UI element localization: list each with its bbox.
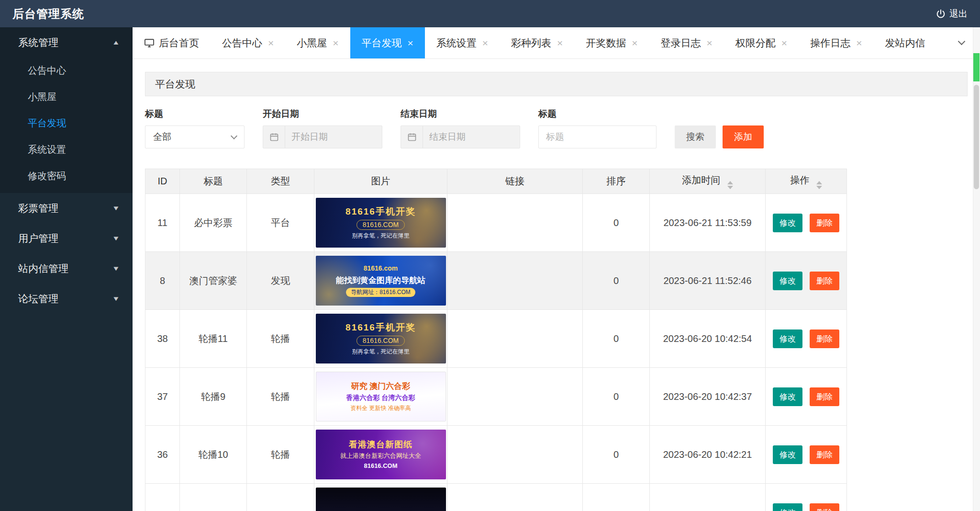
- sidebar-submenu: 公告中心 小黑屋 平台发现 系统设置 修改密码: [0, 57, 133, 193]
- start-date-input[interactable]: [285, 126, 382, 148]
- sort-icon[interactable]: [727, 181, 733, 189]
- delete-button[interactable]: 删除: [810, 214, 839, 232]
- sidebar-item-0-1[interactable]: 小黑屋: [0, 84, 133, 110]
- cell-time: 2023-06-21 11:53:59: [650, 194, 766, 252]
- banner-text: 研究 澳门六合彩: [351, 381, 411, 391]
- sidebar-section-header[interactable]: 用户管理 ▼: [0, 223, 133, 253]
- add-button[interactable]: 添加: [723, 125, 764, 148]
- tab-2[interactable]: 小黑屋 ×: [285, 27, 350, 58]
- edit-button[interactable]: 修改: [773, 214, 802, 232]
- close-icon[interactable]: ×: [482, 38, 488, 48]
- table-row: 36 轮播10 轮播 看港澳台新图纸就上港澳台新彩六合网址大全81616.COM…: [145, 426, 847, 484]
- cell-sort: 0: [583, 252, 650, 310]
- tab-7[interactable]: 登录日志 ×: [649, 27, 724, 58]
- edit-button[interactable]: 修改: [773, 272, 802, 290]
- cell-link: [447, 484, 583, 511]
- banner-image[interactable]: 81616手机开奖81616.COM别再拿笔，死记在簿里: [316, 198, 446, 248]
- tab-5[interactable]: 彩种列表 ×: [500, 27, 574, 58]
- banner-image[interactable]: [316, 488, 446, 511]
- cell-sort: 0: [583, 368, 650, 426]
- sidebar-item-0-0[interactable]: 公告中心: [0, 57, 133, 84]
- close-icon[interactable]: ×: [781, 38, 787, 48]
- calendar-icon[interactable]: [263, 126, 285, 148]
- sidebar-item-0-4[interactable]: 修改密码: [0, 163, 133, 189]
- sidebar-section-header[interactable]: 站内信管理 ▼: [0, 253, 133, 284]
- banner-image[interactable]: 看港澳台新图纸就上港澳台新彩六合网址大全81616.COM: [316, 430, 446, 479]
- sidebar-item-0-3[interactable]: 系统设置: [0, 136, 133, 163]
- keyword-label: 标题: [538, 108, 657, 120]
- keyword-input[interactable]: [538, 125, 657, 148]
- banner-text: 81616手机开奖: [345, 206, 416, 217]
- cell-actions: 修改 删除: [766, 368, 847, 426]
- banner-text: 81616.COM: [356, 220, 405, 230]
- sidebar-item-label: 修改密码: [28, 170, 66, 182]
- cell-id: 8: [145, 252, 180, 310]
- close-icon[interactable]: ×: [632, 38, 637, 48]
- banner-text: 别再拿笔，死记在簿里: [352, 232, 410, 239]
- edit-button[interactable]: 修改: [773, 503, 802, 511]
- data-table: ID 标题 类型 图片 链接 排序 添加时间 操作 11 必中彩票 平台 816…: [145, 169, 847, 511]
- banner-image[interactable]: 81616手机开奖81616.COM别再拿笔，死记在簿里: [316, 314, 446, 363]
- sidebar-section-label: 用户管理: [18, 232, 58, 245]
- column-header: 链接: [447, 169, 583, 194]
- cell-title: [180, 484, 247, 511]
- sidebar-section-header[interactable]: 论坛管理 ▼: [0, 284, 133, 314]
- search-button[interactable]: 搜索: [675, 125, 716, 148]
- calendar-icon[interactable]: [401, 126, 423, 148]
- table-row: 37 轮播9 轮播 研究 澳门六合彩香港六合彩 台湾六合彩资料全 更新快 准确率…: [145, 368, 847, 426]
- close-icon[interactable]: ×: [408, 38, 413, 48]
- tab-6[interactable]: 开奖数据 ×: [574, 27, 649, 58]
- cell-title: 轮播10: [180, 426, 247, 484]
- tab-10[interactable]: 发站内信: [873, 27, 936, 58]
- sidebar-section-header[interactable]: 彩票管理 ▼: [0, 193, 133, 223]
- tab-8[interactable]: 权限分配 ×: [724, 27, 799, 58]
- tab-overflow-button[interactable]: [951, 27, 971, 58]
- tab-1[interactable]: 公告中心 ×: [211, 27, 285, 58]
- edit-button[interactable]: 修改: [773, 445, 802, 464]
- delete-button[interactable]: 删除: [810, 503, 839, 511]
- logout-button[interactable]: 退出: [935, 8, 968, 20]
- edit-button[interactable]: 修改: [773, 329, 802, 348]
- delete-button[interactable]: 删除: [810, 329, 839, 348]
- tab-4[interactable]: 系统设置 ×: [425, 27, 500, 58]
- sort-icon[interactable]: [816, 181, 822, 189]
- scrollbar-indicator[interactable]: [973, 53, 980, 81]
- sidebar-menu: 系统管理 ▲ 公告中心 小黑屋 平台发现 系统设置 修改密码 彩票管理 ▼ 用户…: [0, 27, 133, 314]
- cell-time: 2023-06-21 11:52:46: [650, 252, 766, 310]
- type-select[interactable]: 全部: [145, 125, 245, 148]
- close-icon[interactable]: ×: [707, 38, 713, 48]
- tab-label: 开奖数据: [586, 36, 626, 50]
- sidebar-item-0-2[interactable]: 平台发现: [0, 110, 133, 136]
- tab-label: 小黑屋: [297, 36, 327, 50]
- delete-button[interactable]: 删除: [810, 387, 839, 406]
- sidebar-section-header[interactable]: 系统管理 ▲: [0, 27, 133, 57]
- delete-button[interactable]: 删除: [810, 445, 839, 464]
- cell-title: 轮播9: [180, 368, 247, 426]
- delete-button[interactable]: 删除: [810, 272, 839, 290]
- edit-button[interactable]: 修改: [773, 387, 802, 406]
- banner-text: 81616手机开奖: [345, 322, 416, 333]
- banner-image[interactable]: 81616.com能找到黄金图库的导航站导航网址：81616.COM: [316, 256, 446, 306]
- filter-start-date: 开始日期: [263, 108, 382, 148]
- table-row: 11 必中彩票 平台 81616手机开奖81616.COM别再拿笔，死记在簿里 …: [145, 194, 847, 252]
- close-icon[interactable]: ×: [557, 38, 563, 48]
- column-header[interactable]: 操作: [766, 169, 847, 194]
- cell-link: [447, 310, 583, 368]
- close-icon[interactable]: ×: [268, 38, 274, 48]
- banner-text: 导航网址：81616.COM: [346, 288, 415, 297]
- column-header: 排序: [583, 169, 650, 194]
- tab-9[interactable]: 操作日志 ×: [799, 27, 873, 58]
- banner-image[interactable]: 研究 澳门六合彩香港六合彩 台湾六合彩资料全 更新快 准确率高: [316, 372, 446, 421]
- end-date-input[interactable]: [423, 126, 520, 148]
- column-header: 图片: [314, 169, 447, 194]
- tab-0[interactable]: 后台首页: [133, 27, 211, 58]
- scrollbar-thumb[interactable]: [974, 85, 979, 189]
- scrollbar-track[interactable]: [973, 27, 980, 511]
- close-icon[interactable]: ×: [856, 38, 862, 48]
- close-icon[interactable]: ×: [333, 38, 338, 48]
- column-header[interactable]: 添加时间: [650, 169, 766, 194]
- sidebar-section-label: 系统管理: [18, 36, 58, 49]
- sidebar-section: 站内信管理 ▼: [0, 253, 133, 284]
- monitor-icon: [144, 38, 155, 48]
- tab-3[interactable]: 平台发现 ×: [350, 27, 425, 58]
